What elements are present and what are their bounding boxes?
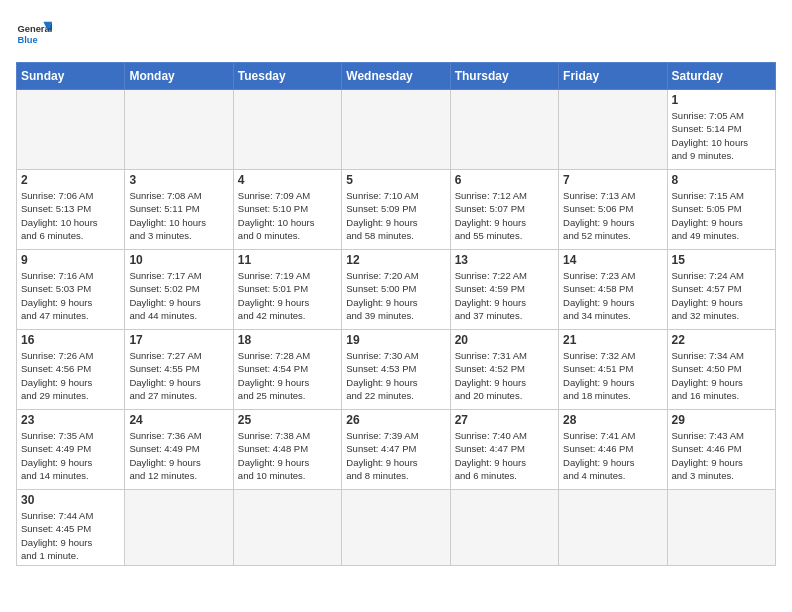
day-number: 5 [346,173,445,187]
calendar-cell: 18Sunrise: 7:28 AM Sunset: 4:54 PM Dayli… [233,330,341,410]
logo: General Blue [16,16,52,52]
calendar-cell: 7Sunrise: 7:13 AM Sunset: 5:06 PM Daylig… [559,170,667,250]
calendar-cell: 22Sunrise: 7:34 AM Sunset: 4:50 PM Dayli… [667,330,775,410]
day-number: 20 [455,333,554,347]
sun-info: Sunrise: 7:28 AM Sunset: 4:54 PM Dayligh… [238,349,337,402]
sun-info: Sunrise: 7:31 AM Sunset: 4:52 PM Dayligh… [455,349,554,402]
sun-info: Sunrise: 7:20 AM Sunset: 5:00 PM Dayligh… [346,269,445,322]
day-header-saturday: Saturday [667,63,775,90]
calendar-cell: 21Sunrise: 7:32 AM Sunset: 4:51 PM Dayli… [559,330,667,410]
calendar-table: SundayMondayTuesdayWednesdayThursdayFrid… [16,62,776,566]
sun-info: Sunrise: 7:17 AM Sunset: 5:02 PM Dayligh… [129,269,228,322]
calendar-cell: 23Sunrise: 7:35 AM Sunset: 4:49 PM Dayli… [17,410,125,490]
calendar-cell: 2Sunrise: 7:06 AM Sunset: 5:13 PM Daylig… [17,170,125,250]
calendar-cell [667,490,775,566]
sun-info: Sunrise: 7:34 AM Sunset: 4:50 PM Dayligh… [672,349,771,402]
sun-info: Sunrise: 7:05 AM Sunset: 5:14 PM Dayligh… [672,109,771,162]
day-number: 11 [238,253,337,267]
sun-info: Sunrise: 7:40 AM Sunset: 4:47 PM Dayligh… [455,429,554,482]
day-number: 4 [238,173,337,187]
calendar-cell: 10Sunrise: 7:17 AM Sunset: 5:02 PM Dayli… [125,250,233,330]
day-number: 21 [563,333,662,347]
week-row-3: 16Sunrise: 7:26 AM Sunset: 4:56 PM Dayli… [17,330,776,410]
calendar-cell [450,90,558,170]
sun-info: Sunrise: 7:08 AM Sunset: 5:11 PM Dayligh… [129,189,228,242]
day-number: 19 [346,333,445,347]
sun-info: Sunrise: 7:22 AM Sunset: 4:59 PM Dayligh… [455,269,554,322]
calendar-cell: 1Sunrise: 7:05 AM Sunset: 5:14 PM Daylig… [667,90,775,170]
calendar-cell [125,90,233,170]
calendar-cell: 16Sunrise: 7:26 AM Sunset: 4:56 PM Dayli… [17,330,125,410]
day-number: 7 [563,173,662,187]
calendar-cell: 15Sunrise: 7:24 AM Sunset: 4:57 PM Dayli… [667,250,775,330]
day-header-thursday: Thursday [450,63,558,90]
calendar-cell: 4Sunrise: 7:09 AM Sunset: 5:10 PM Daylig… [233,170,341,250]
calendar-cell: 19Sunrise: 7:30 AM Sunset: 4:53 PM Dayli… [342,330,450,410]
day-number: 29 [672,413,771,427]
day-header-sunday: Sunday [17,63,125,90]
calendar-cell: 14Sunrise: 7:23 AM Sunset: 4:58 PM Dayli… [559,250,667,330]
sun-info: Sunrise: 7:39 AM Sunset: 4:47 PM Dayligh… [346,429,445,482]
day-number: 24 [129,413,228,427]
day-header-tuesday: Tuesday [233,63,341,90]
day-number: 12 [346,253,445,267]
calendar-cell [233,90,341,170]
sun-info: Sunrise: 7:10 AM Sunset: 5:09 PM Dayligh… [346,189,445,242]
calendar-cell: 29Sunrise: 7:43 AM Sunset: 4:46 PM Dayli… [667,410,775,490]
calendar-cell [450,490,558,566]
day-number: 10 [129,253,228,267]
calendar-cell: 9Sunrise: 7:16 AM Sunset: 5:03 PM Daylig… [17,250,125,330]
svg-text:Blue: Blue [17,35,37,45]
week-row-4: 23Sunrise: 7:35 AM Sunset: 4:49 PM Dayli… [17,410,776,490]
sun-info: Sunrise: 7:24 AM Sunset: 4:57 PM Dayligh… [672,269,771,322]
sun-info: Sunrise: 7:35 AM Sunset: 4:49 PM Dayligh… [21,429,120,482]
sun-info: Sunrise: 7:38 AM Sunset: 4:48 PM Dayligh… [238,429,337,482]
day-number: 28 [563,413,662,427]
calendar-cell: 20Sunrise: 7:31 AM Sunset: 4:52 PM Dayli… [450,330,558,410]
week-row-2: 9Sunrise: 7:16 AM Sunset: 5:03 PM Daylig… [17,250,776,330]
calendar-cell: 12Sunrise: 7:20 AM Sunset: 5:00 PM Dayli… [342,250,450,330]
sun-info: Sunrise: 7:16 AM Sunset: 5:03 PM Dayligh… [21,269,120,322]
calendar-cell: 5Sunrise: 7:10 AM Sunset: 5:09 PM Daylig… [342,170,450,250]
day-number: 15 [672,253,771,267]
day-number: 1 [672,93,771,107]
general-blue-logo-icon: General Blue [16,16,52,52]
day-number: 22 [672,333,771,347]
sun-info: Sunrise: 7:44 AM Sunset: 4:45 PM Dayligh… [21,509,120,562]
calendar-cell: 8Sunrise: 7:15 AM Sunset: 5:05 PM Daylig… [667,170,775,250]
day-header-wednesday: Wednesday [342,63,450,90]
calendar-cell: 6Sunrise: 7:12 AM Sunset: 5:07 PM Daylig… [450,170,558,250]
calendar-cell: 26Sunrise: 7:39 AM Sunset: 4:47 PM Dayli… [342,410,450,490]
calendar-cell [342,90,450,170]
sun-info: Sunrise: 7:15 AM Sunset: 5:05 PM Dayligh… [672,189,771,242]
day-header-friday: Friday [559,63,667,90]
calendar-cell: 17Sunrise: 7:27 AM Sunset: 4:55 PM Dayli… [125,330,233,410]
day-header-monday: Monday [125,63,233,90]
calendar-cell [559,90,667,170]
calendar-cell [559,490,667,566]
day-number: 3 [129,173,228,187]
sun-info: Sunrise: 7:19 AM Sunset: 5:01 PM Dayligh… [238,269,337,322]
day-number: 6 [455,173,554,187]
sun-info: Sunrise: 7:30 AM Sunset: 4:53 PM Dayligh… [346,349,445,402]
calendar-cell [233,490,341,566]
day-number: 9 [21,253,120,267]
day-number: 23 [21,413,120,427]
header: General Blue [16,16,776,52]
week-row-1: 2Sunrise: 7:06 AM Sunset: 5:13 PM Daylig… [17,170,776,250]
sun-info: Sunrise: 7:13 AM Sunset: 5:06 PM Dayligh… [563,189,662,242]
day-number: 26 [346,413,445,427]
sun-info: Sunrise: 7:09 AM Sunset: 5:10 PM Dayligh… [238,189,337,242]
day-number: 14 [563,253,662,267]
sun-info: Sunrise: 7:12 AM Sunset: 5:07 PM Dayligh… [455,189,554,242]
calendar-cell: 11Sunrise: 7:19 AM Sunset: 5:01 PM Dayli… [233,250,341,330]
calendar-cell [342,490,450,566]
day-number: 2 [21,173,120,187]
day-number: 25 [238,413,337,427]
calendar-cell: 24Sunrise: 7:36 AM Sunset: 4:49 PM Dayli… [125,410,233,490]
calendar-cell: 30Sunrise: 7:44 AM Sunset: 4:45 PM Dayli… [17,490,125,566]
calendar-cell: 25Sunrise: 7:38 AM Sunset: 4:48 PM Dayli… [233,410,341,490]
day-number: 13 [455,253,554,267]
calendar-cell [17,90,125,170]
calendar-cell: 27Sunrise: 7:40 AM Sunset: 4:47 PM Dayli… [450,410,558,490]
